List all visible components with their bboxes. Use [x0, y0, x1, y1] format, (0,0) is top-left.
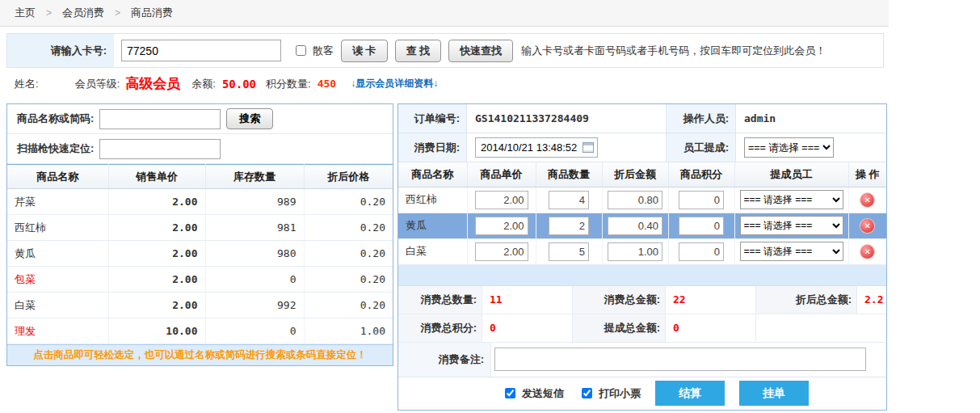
delete-item-icon[interactable]: ✕ [860, 193, 874, 207]
member-level-label: 会员等级: [75, 77, 120, 91]
total-commission-value: 0 [666, 314, 756, 342]
item-discount-input[interactable] [608, 217, 662, 235]
delete-item-icon[interactable]: ✕ [860, 219, 874, 233]
guest-checkbox[interactable] [296, 45, 306, 56]
cart-row[interactable]: 西红柿=== 请选择 === ✕ [398, 187, 886, 213]
product-discount-price: 0.20 [304, 241, 393, 267]
member-balance-value: 50.00 [222, 78, 256, 91]
breadcrumb-product-consume[interactable]: 商品消费 [131, 6, 173, 20]
find-button[interactable]: 查 找 [395, 40, 442, 62]
member-name-label: 姓名: [15, 77, 39, 91]
product-table-header: 商品名称 销售单价 库存数量 折后价格 [7, 165, 393, 189]
product-price: 2.00 [108, 267, 205, 293]
item-price-input[interactable] [475, 217, 528, 235]
show-member-detail-link[interactable]: ↓显示会员详细资料↓ [351, 77, 438, 91]
product-search-button[interactable]: 搜索 [226, 108, 273, 129]
total-amount-label: 消费总金额: [573, 286, 666, 314]
hold-order-button[interactable]: 挂单 [739, 381, 809, 406]
calendar-icon[interactable] [583, 142, 594, 153]
guest-label: 散客 [313, 44, 334, 58]
item-discount-input[interactable] [608, 242, 662, 261]
cart-row[interactable]: 黄瓜=== 请选择 === ✕ [398, 213, 886, 238]
order-no-label: 订单编号: [398, 104, 467, 133]
product-discount-price: 0.20 [304, 267, 393, 293]
product-row[interactable]: 理发10.0001.00 [7, 318, 393, 344]
item-qty-input[interactable] [549, 191, 589, 209]
item-price-input[interactable] [475, 191, 528, 209]
read-card-button[interactable]: 读 卡 [341, 40, 388, 62]
product-price: 10.00 [108, 318, 205, 344]
item-points-input[interactable] [679, 191, 724, 209]
cart-table: 商品名称 商品单价 商品数量 折后金额 商品积分 提成员工 操 作 西红柿===… [398, 162, 886, 265]
item-qty-input[interactable] [549, 242, 589, 261]
cart-table-header: 商品名称 商品单价 商品数量 折后金额 商品积分 提成员工 操 作 [398, 162, 886, 187]
order-no-value: GS1410211337284409 [467, 104, 666, 133]
sms-label: 发送短信 [522, 386, 564, 401]
item-discount-input[interactable] [608, 191, 662, 209]
settle-button[interactable]: 结算 [655, 381, 725, 406]
product-stock: 0 [205, 267, 304, 293]
cart-item-name: 西红柿 [398, 187, 467, 213]
item-qty-input[interactable] [549, 217, 589, 235]
product-stock: 992 [205, 293, 304, 318]
col-item-discount: 折后金额 [602, 162, 668, 187]
product-name: 理发 [7, 318, 108, 344]
col-stock-qty: 库存数量 [205, 165, 304, 189]
delete-item-icon[interactable]: ✕ [860, 245, 874, 259]
print-checkbox[interactable] [582, 388, 592, 398]
item-staff-select[interactable]: === 请选择 === [740, 242, 843, 261]
card-number-input[interactable] [121, 40, 281, 61]
product-discount-price: 0.20 [304, 215, 393, 241]
total-commission-label: 提成总金额: [573, 314, 666, 342]
product-row[interactable]: 芹菜2.009890.20 [7, 189, 393, 215]
col-product-name: 商品名称 [7, 165, 108, 189]
totals-empty-cell [756, 314, 886, 342]
product-discount-price: 0.20 [304, 293, 393, 318]
product-row[interactable]: 白菜2.009920.20 [7, 293, 393, 318]
product-row[interactable]: 包菜2.0000.20 [7, 267, 393, 293]
sms-checkbox[interactable] [505, 388, 515, 398]
product-search-input[interactable] [99, 109, 221, 129]
total-discount-value: 2.2 [857, 286, 886, 314]
col-item-name: 商品名称 [398, 162, 467, 187]
item-points-input[interactable] [679, 217, 724, 235]
member-balance-label: 余额: [191, 77, 216, 91]
scanner-locate-label: 扫描枪快速定位: [17, 141, 94, 156]
product-name: 黄瓜 [7, 241, 108, 267]
total-points-label: 消费总积分: [398, 314, 482, 342]
product-row[interactable]: 西红柿2.009810.20 [7, 215, 393, 241]
cart-row[interactable]: 白菜=== 请选择 === ✕ [398, 238, 886, 264]
item-staff-select[interactable]: === 请选择 === [740, 216, 843, 235]
consume-date-input[interactable] [475, 137, 598, 158]
staff-commission-select[interactable]: === 请选择 === [744, 137, 834, 158]
breadcrumb-member-consume[interactable]: 会员消费 [62, 6, 104, 20]
product-price: 2.00 [108, 241, 205, 267]
item-staff-select[interactable]: === 请选择 === [740, 190, 843, 209]
cart-table-body: 西红柿=== 请选择 === ✕黄瓜=== 请选择 === ✕白菜=== 请选择… [398, 187, 886, 264]
product-name: 芹菜 [7, 189, 108, 215]
col-item-action: 操 作 [848, 162, 886, 187]
col-item-points: 商品积分 [668, 162, 734, 187]
staff-commission-label: 员工提成: [666, 133, 736, 162]
operator-value: admin [736, 104, 886, 133]
product-stock: 989 [205, 189, 304, 215]
breadcrumb-home[interactable]: 主页 [15, 6, 36, 20]
product-discount-price: 1.00 [304, 318, 393, 344]
scanner-locate-input[interactable] [99, 139, 221, 159]
product-table-body: 芹菜2.009890.20西红柿2.009810.20黄瓜2.009800.20… [7, 189, 393, 344]
col-item-staff: 提成员工 [734, 162, 848, 187]
item-points-input[interactable] [679, 242, 724, 261]
cart-item-name: 白菜 [398, 238, 467, 264]
card-search-panel: 请输入卡号: 散客 读 卡 查 找 快速查找 输入卡号或者卡面号码或者手机号码，… [6, 33, 884, 68]
product-name: 包菜 [7, 267, 108, 293]
breadcrumb: 主页 > 会员消费 > 商品消费 [0, 0, 889, 27]
product-row[interactable]: 黄瓜2.009800.20 [7, 241, 393, 267]
member-points-label: 积分数量: [266, 77, 311, 91]
remark-input[interactable] [494, 348, 866, 371]
col-sale-price: 销售单价 [108, 165, 205, 189]
total-amount-value: 22 [666, 286, 756, 314]
item-price-input[interactable] [475, 242, 528, 261]
consume-date-label: 消费日期: [398, 133, 467, 162]
quick-find-button[interactable]: 快速查找 [448, 40, 513, 62]
product-name: 白菜 [7, 293, 108, 318]
